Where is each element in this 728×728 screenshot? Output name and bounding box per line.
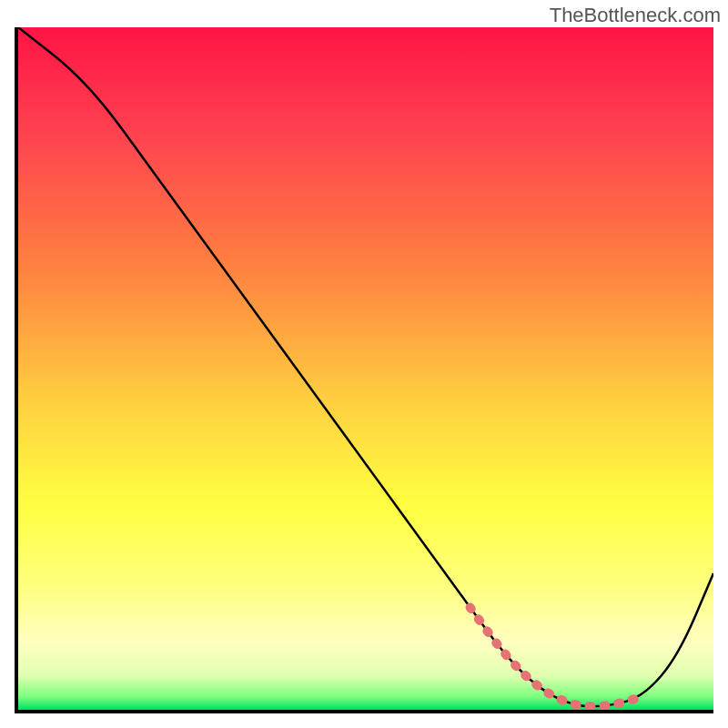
main-curve-line [18,27,713,706]
watermark-text: TheBottleneck.com [550,4,721,27]
highlight-curve-line [470,608,644,707]
chart-container: TheBottleneck.com [0,0,728,728]
plot-area [15,27,713,713]
curve-layer [18,27,713,710]
